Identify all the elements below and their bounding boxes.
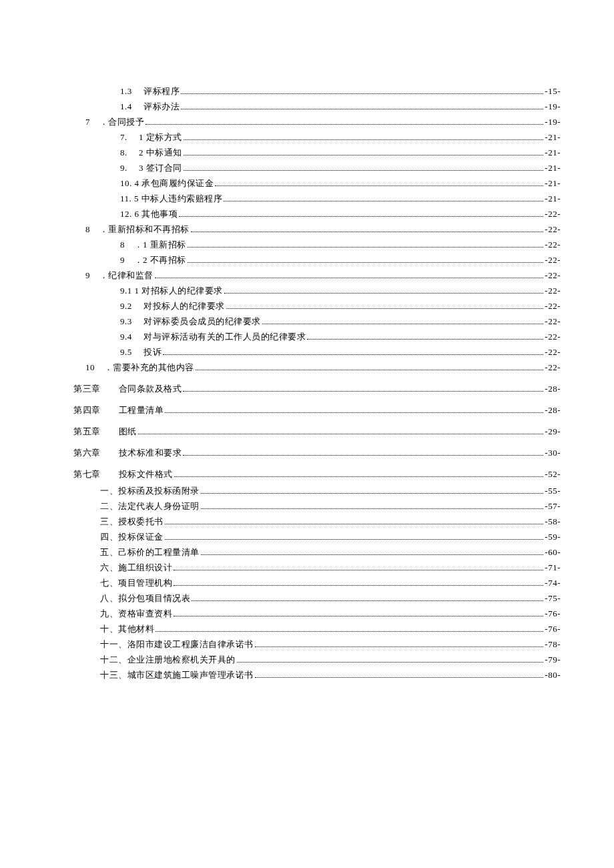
chapter-label: 第七章 投标文件格式 [73,470,173,478]
toc-page: -22- [545,209,561,218]
toc-page: -80- [545,671,561,679]
toc-dots [183,391,543,392]
toc-entry: 9.1 1 对招标人的纪律要求 -22- [73,286,561,296]
toc-dots [262,324,544,324]
toc-dots [188,262,544,263]
toc-dots [307,339,543,340]
toc-entry: 12. 6 其他事项 -22- [73,209,561,219]
toc-label: 9 ．纪律和监督 [85,271,154,280]
toc-page: -78- [545,640,561,648]
toc-page: -30- [545,448,561,457]
toc-dots [255,677,544,678]
toc-label: 三、授权委托书 [100,517,164,526]
toc-dots [184,139,544,140]
toc-dots [201,508,544,509]
toc-label: 九、资格审查资料 [100,609,172,618]
toc-dots [155,278,544,278]
toc-dots [174,476,544,477]
toc-dots [201,493,544,494]
toc-page: -60- [545,548,561,556]
toc-label: 1.3 评标程序 [120,87,180,95]
chapter-7-subitems: 一、投标函及投标函附录 -55- 二、法定代表人身份证明 -57- 三、授权委托… [73,486,561,680]
toc-page: -76- [545,609,561,618]
toc-label: 十、其他材料 [100,624,154,633]
toc-entry: 8 ．重新招标和不再招标 -22- [73,225,561,234]
toc-dots [179,216,543,217]
chapter-label: 第五章 图纸 [73,427,137,436]
toc-label: 8 ．重新招标和不再招标 [85,225,190,234]
toc-label: 七、项目管理机构 [100,578,172,587]
toc-entry: 7. 1 定标方式 -21- [73,133,561,142]
toc-entry: 10 ．需要补充的其他内容 -22- [73,363,561,372]
toc-dots [184,155,544,155]
toc-entry: 9 ．2 不再招标 -22- [73,256,561,265]
toc-label: 9. 3 签订合同 [120,163,182,172]
toc-dots [174,616,543,616]
toc-entry: 二、法定代表人身份证明 -57- [100,502,561,511]
toc-dots [188,247,544,248]
toc-dots [224,201,543,201]
toc-page: -76- [545,624,561,633]
toc-page: -71- [545,563,561,572]
toc-entry: 五、己标价的工程量清单 -60- [100,548,561,557]
toc-page: -21- [545,163,561,172]
toc-entry: 9.2 对投标人的纪律要求 -22- [73,302,561,311]
toc-entry: 1.4 评标办法 -19- [73,102,561,111]
chapter-entry: 第六章 技术标准和要求 -30- [73,448,561,458]
toc-page: -22- [545,240,561,249]
toc-page: -74- [545,578,561,587]
toc-page: -22- [545,363,561,372]
toc-entry: 8. 2 中标通知 -21- [73,148,561,157]
toc-page: -79- [545,655,561,664]
toc-page: -19- [545,102,561,111]
toc-label: 9.2 对投标人的纪律要求 [120,302,225,310]
toc-label: 9.4 对与评标活动有关的工作人员的纪律要求 [120,332,306,341]
toc-dots [192,600,543,601]
toc-dots [237,662,544,663]
toc-page: -28- [545,384,561,393]
toc-page: -22- [545,256,561,264]
toc-dots [201,554,544,555]
toc-label: 1.4 评标办法 [120,102,180,111]
toc-entry: 9.4 对与评标活动有关的工作人员的纪律要求 -22- [73,332,561,342]
toc-entry: 一、投标函及投标函附录 -55- [100,486,561,496]
toc-entry: 10. 4 承包商履约保证金 -21- [73,179,561,188]
toc-page: -75- [545,594,561,602]
toc-dots [174,585,543,586]
toc-entry: 八、拟分包项目情况表 -75- [100,594,561,603]
toc-dots [165,412,543,413]
toc-dots [184,170,544,171]
toc-entry: 十二、企业注册地检察机关开具的 -79- [100,655,561,665]
toc-label: 二、法定代表人身份证明 [100,502,200,510]
toc-page: -57- [545,502,561,510]
chapter-entry: 第五章 图纸 -29- [73,427,561,436]
toc-dots [196,370,544,370]
toc-dots [226,308,544,309]
toc-page: -15- [545,87,561,95]
toc-page: -21- [545,133,561,141]
toc-label: 8 ．1 重新招标 [120,240,186,249]
toc-label: 9.3 对评标委员会成员的纪律要求 [120,317,261,326]
toc-dots [255,646,544,647]
toc-section-top: 1.3 评标程序 -15- 1.4 评标办法 -19- 7 ．合同授予 -19-… [73,87,561,372]
toc-entry: 8 ．1 重新招标 -22- [73,240,561,250]
toc-entry: 9.3 对评标委员会成员的纪律要求 -22- [73,317,561,326]
toc-entry: 7 ．合同授予 -19- [73,117,561,127]
chapter-entry: 第四章 工程量清单 -28- [73,406,561,415]
toc-label: 9.5 投诉 [120,348,162,356]
toc-dots [165,539,544,540]
toc-label: 五、己标价的工程量清单 [100,548,200,556]
toc-dots [174,570,543,570]
toc-entry: 9 ．纪律和监督 -22- [73,271,561,280]
toc-entry: 九、资格审查资料 -76- [100,609,561,618]
toc-page: -59- [545,532,561,541]
toc-entry: 11. 5 中标人违约索赔程序 -21- [73,194,561,203]
toc-page: -21- [545,148,561,157]
toc-page: -22- [545,225,561,234]
toc-page: -22- [545,348,561,356]
toc-label: 9.1 1 对招标人的纪律要求 [120,286,223,295]
toc-dots [191,232,544,232]
toc-label: 10 ．需要补充的其他内容 [85,363,194,372]
chapter-entry: 第七章 投标文件格式 -52- [73,470,561,479]
toc-page: -22- [545,332,561,341]
